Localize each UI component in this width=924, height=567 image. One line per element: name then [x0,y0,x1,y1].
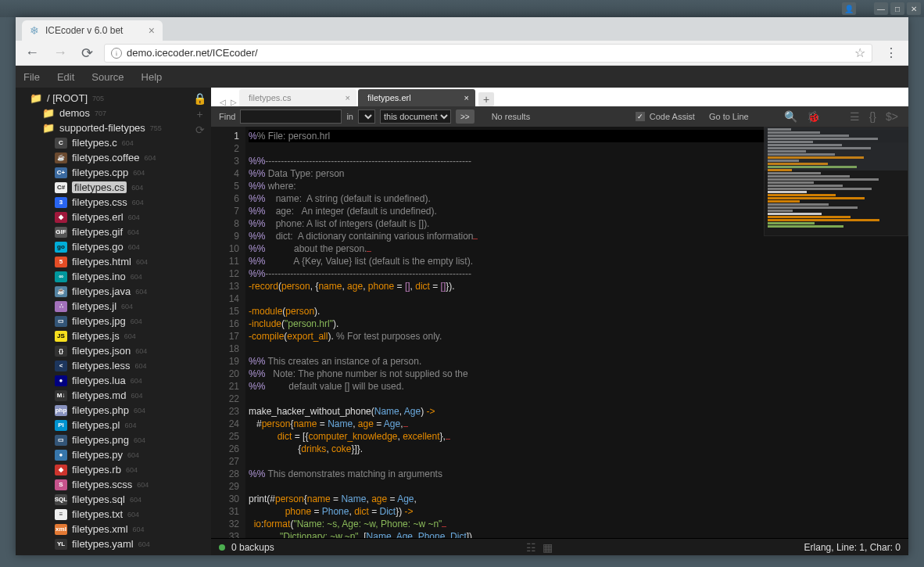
os-maximize-button[interactable]: □ [890,2,904,15]
os-close-button[interactable]: ✕ [907,2,921,15]
os-minimize-button[interactable]: — [874,2,888,15]
file-icon: C [55,138,67,149]
terminal-icon[interactable]: $> [883,110,901,123]
minimap[interactable] [764,127,908,236]
tree-item[interactable]: {}filetypes.json604 [23,343,211,358]
tree-item[interactable]: gofiletypes.go604 [23,239,211,254]
find-scope-select[interactable]: this document [380,109,451,124]
find-label: Find [219,112,235,121]
tree-item[interactable]: ☕filetypes.coffee604 [23,150,211,165]
tree-item[interactable]: 📁supported-filetypes755 [23,120,211,135]
menu-help[interactable]: Help [141,71,163,83]
layout-columns-icon[interactable]: ☷ [526,541,536,554]
menu-edit[interactable]: Edit [57,71,74,83]
search-icon[interactable]: 🔍 [782,110,800,123]
status-backups: 0 backups [231,542,274,553]
address-bar[interactable]: i demo.icecoder.net/ICEcoder/ ☆ [104,44,872,63]
tree-item[interactable]: 📁/ [ROOT]705 [23,91,211,106]
file-icon: ◆ [55,212,67,223]
tree-item[interactable]: ☕filetypes.java604 [23,284,211,299]
forward-button[interactable]: → [50,45,70,61]
site-info-icon[interactable]: i [111,48,122,59]
tree-item[interactable]: ◆filetypes.rb604 [23,462,211,477]
code-assist-label: Code Assist [650,112,695,121]
os-user-button[interactable]: 👤 [842,2,856,15]
close-icon[interactable]: × [149,24,155,37]
folder-icon: 📁 [42,107,55,119]
file-icon: ☕ [55,286,67,297]
tree-item[interactable]: ▭filetypes.jpg604 [23,314,211,328]
file-icon: ∞ [55,271,67,282]
file-icon: ◆ [55,465,67,475]
browser-tab-title: ICEcoder v 6.0 bet [45,25,123,36]
tree-item[interactable]: xmlfiletypes.xml604 [23,522,211,536]
file-icon: xml [55,524,67,535]
menu-file[interactable]: File [23,71,40,83]
file-icon: M↓ [55,390,67,401]
goto-line-label[interactable]: Go to Line [709,112,749,121]
tree-item[interactable]: ∴filetypes.jl604 [23,299,211,314]
lock-icon[interactable]: 🔒 [193,92,206,105]
bookmark-icon[interactable]: ☆ [854,45,865,60]
layout-grid-icon[interactable]: ▦ [543,541,553,554]
file-tree[interactable]: 📁/ [ROOT]705📁demos707📁supported-filetype… [16,88,211,555]
editor-tab[interactable]: filetypes.erl× [358,89,475,106]
file-icon: SQL [55,494,67,505]
file-icon: ☕ [55,153,67,163]
tree-item[interactable]: 📁demos707 [23,106,211,120]
file-icon: S [55,479,67,490]
menu-source[interactable]: Source [91,71,124,83]
tree-item[interactable]: phpfiletypes.php604 [23,403,211,418]
minimap-viewport[interactable] [765,127,908,170]
new-tab-button[interactable]: + [478,92,494,106]
tab-prev-icon[interactable]: ◁ [217,98,228,106]
tree-item[interactable]: GIFfiletypes.gif604 [23,224,211,239]
tree-item[interactable]: ◆filetypes.erl604 [23,210,211,224]
tree-item[interactable]: 5filetypes.html604 [23,254,211,269]
browser-tab[interactable]: ❄ ICEcoder v 6.0 bet × [22,20,163,41]
refresh-icon[interactable]: ⟳ [195,124,205,136]
back-button[interactable]: ← [22,45,42,61]
tree-item[interactable]: ∞filetypes.ino604 [23,269,211,284]
tree-item[interactable]: YLfiletypes.yaml604 [23,536,211,551]
tree-item[interactable]: Cfiletypes.c604 [23,135,211,150]
tree-item[interactable]: M↓filetypes.md604 [23,388,211,403]
layout-icon[interactable]: ☰ [847,110,862,123]
editor-tab[interactable]: filetypes.cs× [239,89,356,106]
code-assist-checkbox[interactable]: ✓ [636,112,645,121]
tree-item[interactable]: ▭filetypes.png604 [23,432,211,447]
find-in-label: in [346,112,353,121]
close-icon[interactable]: × [464,93,469,102]
reload-button[interactable]: ⟳ [78,45,96,62]
braces-icon[interactable]: {} [867,110,879,123]
browser-window: ❄ ICEcoder v 6.0 bet × ← → ⟳ i demo.icec… [16,17,908,555]
close-icon[interactable]: × [346,93,350,102]
find-results: No results [492,112,531,121]
editor-tab-label: filetypes.cs [249,93,291,102]
tree-item[interactable]: ●filetypes.py604 [23,447,211,462]
file-icon: ▭ [55,316,67,327]
tree-item[interactable]: JSfiletypes.js604 [23,328,211,343]
find-input[interactable] [240,109,342,124]
tree-item[interactable]: SQLfiletypes.sql604 [23,492,211,507]
tree-item[interactable]: C#filetypes.cs604 [23,180,211,195]
browser-menu-button[interactable]: ⋮ [880,45,902,60]
tree-item[interactable]: ● filetypes.lua604 [23,373,211,388]
tree-item[interactable]: < filetypes.less604 [23,358,211,373]
tree-item[interactable]: Plfiletypes.pl604 [23,418,211,432]
tree-item[interactable]: 3filetypes.css604 [23,195,211,210]
file-tree-sidebar: 🔒 + ⟳ 📁/ [ROOT]705📁demos707📁supported-fi… [16,88,211,555]
find-go-button[interactable]: >> [456,109,475,124]
tree-item[interactable]: Sfiletypes.scss604 [23,477,211,492]
find-mode-select[interactable] [358,109,375,124]
bug-icon[interactable]: 🐞 [804,110,822,123]
plus-icon[interactable]: + [196,108,202,120]
tree-item[interactable]: ≡filetypes.txt604 [23,507,211,522]
tree-item[interactable]: C+filetypes.cpp604 [23,165,211,180]
folder-icon: 📁 [30,92,42,104]
file-icon: JS [55,331,67,342]
file-icon: C# [55,182,67,193]
editor-tab-label: filetypes.erl [367,93,411,102]
tab-next-icon[interactable]: ▷ [228,98,239,106]
line-gutter[interactable]: 1234567891011121314151617181920212223242… [211,127,245,538]
